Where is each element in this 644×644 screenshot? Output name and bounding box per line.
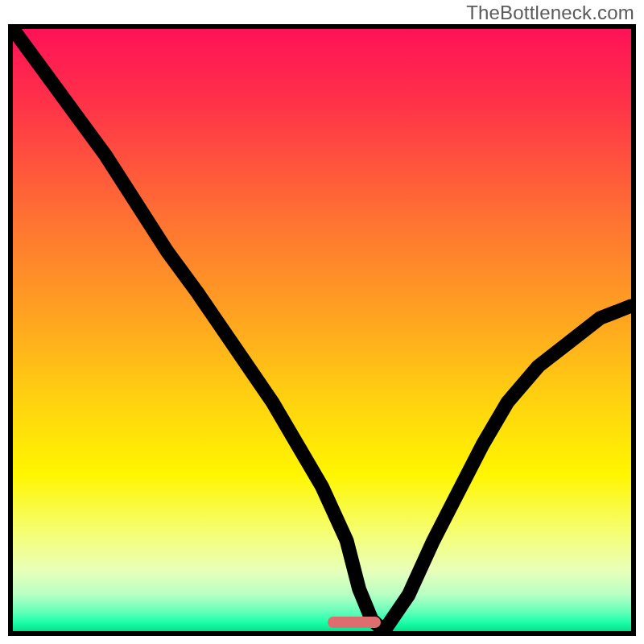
bottleneck-curve: [13, 29, 631, 631]
optimal-range-marker: [328, 617, 380, 628]
watermark-text: TheBottleneck.com: [466, 2, 634, 24]
chart-inner: [13, 29, 631, 631]
chart-frame: [8, 24, 636, 636]
